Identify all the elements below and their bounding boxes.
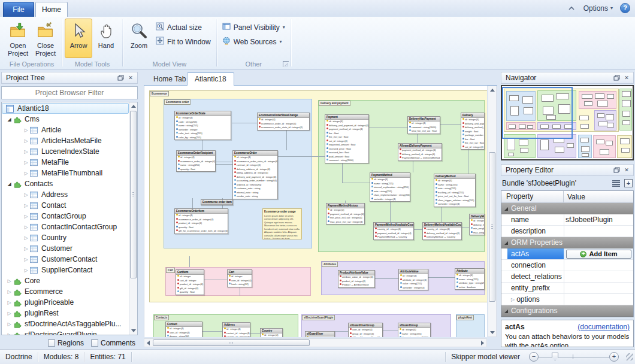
zoom-slider-track[interactable] xyxy=(539,352,609,362)
collapsed-arrow-icon[interactable]: ▷ xyxy=(5,289,13,295)
collapsed-arrow-icon[interactable]: ▷ xyxy=(22,214,30,219)
tree-item-sfdoctrineactastaggableplu[interactable]: ▷sfDoctrineActAsTaggablePlu... xyxy=(2,318,129,329)
zoom-out-button[interactable]: − xyxy=(529,352,539,362)
window-resize-grip[interactable] xyxy=(626,353,633,360)
collapsed-arrow-icon[interactable]: ▷ xyxy=(22,128,30,133)
diagram-entity-ecommerce-order-item-product[interactable]: Ecommerce order item - product xyxy=(201,199,233,205)
diagram-entity-deliveryhaspayment[interactable]: DeliveryHasPaymentid : integer(4)comment… xyxy=(407,116,440,134)
tree-item-metafilethumbnail[interactable]: ▷MetaFileThumbnail xyxy=(2,168,129,178)
project-browser-filter-input[interactable] xyxy=(1,86,138,99)
fit-to-window-button[interactable]: Fit to Window xyxy=(153,35,214,48)
close-panel-icon[interactable]: ✕ xyxy=(622,166,631,174)
tree-item-contacts[interactable]: ◢Contacts xyxy=(2,178,129,189)
expanded-arrow-icon[interactable]: ◢ xyxy=(5,117,13,122)
property-group-general[interactable]: General xyxy=(501,203,633,214)
property-value[interactable] xyxy=(564,260,633,271)
diagram-entity-ecommerceorderstatechange[interactable]: EcommerceOrderStateChangeid : integer(4)… xyxy=(257,113,310,131)
zoom-tool-button[interactable]: Zoom xyxy=(125,19,153,58)
diagram-entity-contact[interactable]: Contactid : integer(4)user_id : integer(… xyxy=(165,321,202,337)
diagram-entity-delivery[interactable]: Deliveryid : integer(4)delivery_and_paym… xyxy=(461,113,485,150)
diagram-entity-cartitem[interactable]: CartItemid : integercart_id : integerpro… xyxy=(176,269,204,295)
property-row-description[interactable]: description xyxy=(501,226,633,237)
diagram-entity-address[interactable]: Addressid : integer(4)contact_id : integ… xyxy=(222,322,250,337)
collapsed-arrow-icon[interactable]: ▷ xyxy=(22,160,30,165)
close-panel-icon[interactable]: ✕ xyxy=(126,74,135,82)
tree-item-country[interactable]: ▷Country xyxy=(2,232,129,243)
collapsed-arrow-icon[interactable]: ▷ xyxy=(5,278,13,284)
project-tree-scrollbar[interactable] xyxy=(129,102,137,335)
help-icon[interactable]: ? xyxy=(620,3,630,13)
diagram-entity-paymentmethodavailablecountry[interactable]: PaymentMethodAvailableCountrycountry_id … xyxy=(373,222,414,240)
property-row-options[interactable]: ▷options xyxy=(501,294,633,305)
collapsed-arrow-icon[interactable]: ▷ xyxy=(22,246,30,251)
web-sources-button[interactable]: Web Sources ▾ xyxy=(219,35,288,48)
tree-item-luceneindexstate[interactable]: ▷LuceneIndexState xyxy=(2,146,129,157)
collapsed-arrow-icon[interactable]: ▷ xyxy=(22,268,30,273)
add-item-button[interactable]: +Add Item xyxy=(566,250,631,259)
diagram-entity-country[interactable]: Countryid : integer(4)name : string(255) xyxy=(260,328,283,337)
diagram-entity-productattributevalue[interactable]: ProductAttributeValueattribute_value_id … xyxy=(338,270,375,288)
diagram-entity-attribute[interactable]: Attributeid : integer(4)name : string(25… xyxy=(455,268,485,290)
collapsed-arrow-icon[interactable]: ▷ xyxy=(5,321,13,327)
property-row-name[interactable]: namesfJobeetPlugin xyxy=(501,214,633,226)
collapsed-arrow-icon[interactable]: ▷ xyxy=(22,171,30,176)
tab-file[interactable]: File xyxy=(3,2,34,17)
property-row-connection[interactable]: connection xyxy=(501,260,633,271)
tree-item-metafile[interactable]: ▷MetaFile xyxy=(2,157,129,168)
tree-item-atlantic18[interactable]: Atlantic18 xyxy=(2,103,129,114)
diagram-entity-ecommerceorderitem[interactable]: EcommerceOrderItemid : integer(4)ecommer… xyxy=(174,208,228,234)
tree-item-articlehasmetafile[interactable]: ▷ArticleHasMetaFile xyxy=(2,135,129,146)
diagram-note[interactable]: Ecommerce order usageLorem ipsum dolor s… xyxy=(262,208,302,239)
tree-item-sfdoctrineguardplugin[interactable]: ▷sfDoctrineGuardPlugin xyxy=(2,329,129,335)
options-menu-button[interactable]: Options ▾ xyxy=(583,4,613,13)
diagram-entity-paymentmethodhistory[interactable]: PaymentMethodHistoryid : integer(4)payme… xyxy=(326,203,365,225)
close-project-button[interactable]: Close Project xyxy=(32,19,59,58)
collapsed-arrow-icon[interactable]: ▷ xyxy=(22,149,30,154)
float-panel-icon[interactable] xyxy=(612,166,621,174)
diagram-entity-attributevalue[interactable]: AttributeValueid : integer(4)attribute_i… xyxy=(398,269,428,290)
property-value[interactable] xyxy=(564,226,633,236)
property-row-detect-relations[interactable]: detect_relations xyxy=(501,271,633,283)
property-value[interactable] xyxy=(564,283,633,293)
tree-item-cms[interactable]: ◢Cms xyxy=(2,114,129,125)
documentation-link[interactable]: (documentation) xyxy=(577,323,630,331)
close-panel-icon[interactable]: ✕ xyxy=(622,74,631,82)
zoom-in-button[interactable]: + xyxy=(609,352,619,362)
diagram-entity-sfguarduser[interactable]: sfGuardUserid : integer(4)username : str… xyxy=(305,331,335,337)
diagram-entity-deliverymethod[interactable]: DeliveryMethodid : integer(4)name : stri… xyxy=(434,174,476,207)
hand-tool-button[interactable]: Hand xyxy=(92,19,120,58)
zoom-slider-thumb[interactable] xyxy=(552,353,558,361)
arrow-tool-button[interactable]: Arrow xyxy=(65,19,92,58)
collapsed-arrow-icon[interactable]: ▷ xyxy=(5,300,13,305)
zoom-slider[interactable]: − + xyxy=(529,352,619,362)
collapsed-arrow-icon[interactable]: ▷ xyxy=(22,138,30,144)
property-group-orm-properties[interactable]: ORM Properties xyxy=(501,237,633,248)
tab-atlantic18[interactable]: Atlantic18 xyxy=(187,72,234,86)
collapse-ribbon-icon[interactable] xyxy=(567,4,576,13)
property-value[interactable] xyxy=(564,271,633,282)
diagram-viewport[interactable]: EcommerceEcommerce orderDelivery and pay… xyxy=(144,86,487,337)
actual-size-button[interactable]: Actual size xyxy=(153,21,214,34)
float-panel-icon[interactable] xyxy=(612,74,621,82)
list-view-icon[interactable] xyxy=(612,180,620,187)
tab-home[interactable]: Home xyxy=(35,2,68,17)
collapsed-arrow-icon[interactable]: ▷ xyxy=(22,225,30,230)
tree-item-contactgroup[interactable]: ▷ContactGroup xyxy=(2,211,129,222)
navigator-minimap[interactable] xyxy=(501,85,634,160)
tree-item-contact[interactable]: ▷Contact xyxy=(2,200,129,211)
diagram-entity-deliverymethodavailablecountry[interactable]: DeliveryMethodAvailableCountrycountry_id… xyxy=(422,222,462,240)
collapsed-arrow-icon[interactable]: ▷ xyxy=(22,235,30,241)
add-property-icon[interactable]: + xyxy=(624,179,633,187)
collapsed-arrow-icon[interactable]: ▷ xyxy=(22,257,30,262)
collapsed-arrow-icon[interactable]: ▷ xyxy=(22,203,30,208)
diagram-entity-payment[interactable]: Paymentid : integer(4)delivery_and_payme… xyxy=(325,114,369,163)
regions-checkbox[interactable]: Regions xyxy=(48,339,84,347)
tree-item-ecommerce[interactable]: ▷Ecommerce xyxy=(2,286,129,297)
tree-item-article[interactable]: ▷Article xyxy=(2,125,129,135)
tab-home-tab[interactable]: Home Tab xyxy=(146,73,193,86)
minimap-viewport-rect[interactable] xyxy=(502,87,573,139)
diagram-entity-sfguardusergroup[interactable]: sfGuardUserGroupuser_id : integer(4)grou… xyxy=(348,323,383,337)
diagram-entity-sfguardgroup[interactable]: sfGuardGroupid : integer(4)name : string… xyxy=(398,323,431,337)
diagram-entity-paymentmethod[interactable]: PaymentMethodid : integer(4)name : strin… xyxy=(370,172,410,202)
diagram-entity-deliverymethodweight[interactable]: DeliveryMethodWeightid : integer(4)deliv… xyxy=(469,214,485,235)
